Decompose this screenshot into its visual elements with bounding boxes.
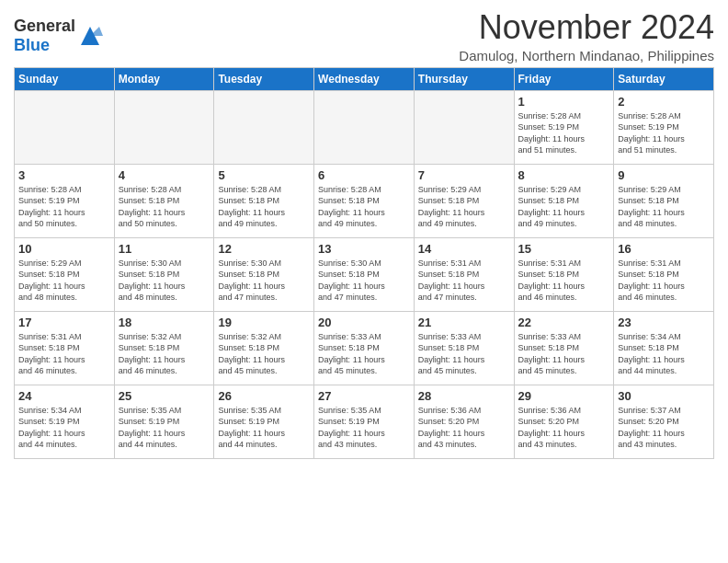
day-cell: 25Sunrise: 5:35 AM Sunset: 5:19 PM Dayli… (114, 385, 214, 458)
header-cell-thursday: Thursday (414, 67, 514, 90)
logo-general: General (14, 17, 75, 35)
day-number: 28 (418, 389, 510, 403)
day-info: Sunrise: 5:33 AM Sunset: 5:18 PM Dayligh… (518, 331, 610, 377)
day-info: Sunrise: 5:31 AM Sunset: 5:18 PM Dayligh… (618, 258, 710, 304)
header-cell-sunday: Sunday (15, 67, 115, 90)
day-cell: 4Sunrise: 5:28 AM Sunset: 5:18 PM Daylig… (114, 164, 214, 237)
day-number: 14 (418, 242, 510, 256)
day-number: 15 (518, 242, 610, 256)
day-number: 23 (618, 316, 710, 329)
day-cell: 18Sunrise: 5:32 AM Sunset: 5:18 PM Dayli… (114, 311, 214, 385)
day-number: 18 (119, 316, 210, 329)
calendar-body: 1Sunrise: 5:28 AM Sunset: 5:19 PM Daylig… (15, 90, 714, 458)
day-cell: 10Sunrise: 5:29 AM Sunset: 5:18 PM Dayli… (15, 237, 115, 311)
day-info: Sunrise: 5:28 AM Sunset: 5:18 PM Dayligh… (318, 184, 410, 230)
day-info: Sunrise: 5:30 AM Sunset: 5:18 PM Dayligh… (318, 258, 410, 304)
day-info: Sunrise: 5:35 AM Sunset: 5:19 PM Dayligh… (318, 405, 410, 451)
header-row: SundayMondayTuesdayWednesdayThursdayFrid… (15, 67, 714, 90)
calendar-header: SundayMondayTuesdayWednesdayThursdayFrid… (15, 67, 714, 90)
day-info: Sunrise: 5:28 AM Sunset: 5:19 PM Dayligh… (618, 110, 710, 156)
day-info: Sunrise: 5:29 AM Sunset: 5:18 PM Dayligh… (518, 184, 610, 230)
header-cell-friday: Friday (514, 67, 614, 90)
day-info: Sunrise: 5:29 AM Sunset: 5:18 PM Dayligh… (18, 258, 110, 304)
day-number: 10 (18, 242, 110, 256)
day-info: Sunrise: 5:28 AM Sunset: 5:18 PM Dayligh… (119, 184, 210, 230)
day-cell: 7Sunrise: 5:29 AM Sunset: 5:18 PM Daylig… (414, 164, 514, 237)
day-cell: 22Sunrise: 5:33 AM Sunset: 5:18 PM Dayli… (514, 311, 614, 385)
day-cell: 14Sunrise: 5:31 AM Sunset: 5:18 PM Dayli… (414, 237, 514, 311)
day-cell: 15Sunrise: 5:31 AM Sunset: 5:18 PM Dayli… (514, 237, 614, 311)
day-number: 25 (119, 389, 210, 403)
day-info: Sunrise: 5:30 AM Sunset: 5:18 PM Dayligh… (119, 258, 210, 304)
day-info: Sunrise: 5:28 AM Sunset: 5:18 PM Dayligh… (218, 184, 310, 230)
day-number: 21 (418, 316, 510, 329)
week-row-4: 17Sunrise: 5:31 AM Sunset: 5:18 PM Dayli… (15, 311, 714, 385)
logo: General Blue (14, 17, 103, 55)
logo-icon (77, 23, 103, 49)
title-section: November 2024 Damulog, Northern Mindanao… (459, 9, 714, 63)
day-number: 20 (318, 316, 410, 329)
week-row-5: 24Sunrise: 5:34 AM Sunset: 5:19 PM Dayli… (15, 385, 714, 458)
day-cell: 20Sunrise: 5:33 AM Sunset: 5:18 PM Dayli… (314, 311, 415, 385)
day-number: 11 (119, 242, 210, 256)
day-info: Sunrise: 5:33 AM Sunset: 5:18 PM Dayligh… (418, 331, 510, 377)
day-number: 17 (18, 316, 110, 329)
day-cell: 27Sunrise: 5:35 AM Sunset: 5:19 PM Dayli… (314, 385, 415, 458)
day-number: 1 (518, 95, 610, 109)
day-cell: 23Sunrise: 5:34 AM Sunset: 5:18 PM Dayli… (614, 311, 714, 385)
day-cell: 21Sunrise: 5:33 AM Sunset: 5:18 PM Dayli… (414, 311, 514, 385)
day-cell: 26Sunrise: 5:35 AM Sunset: 5:19 PM Dayli… (214, 385, 314, 458)
day-cell: 1Sunrise: 5:28 AM Sunset: 5:19 PM Daylig… (514, 90, 614, 164)
day-info: Sunrise: 5:35 AM Sunset: 5:19 PM Dayligh… (218, 405, 310, 451)
day-cell: 19Sunrise: 5:32 AM Sunset: 5:18 PM Dayli… (214, 311, 314, 385)
day-info: Sunrise: 5:37 AM Sunset: 5:20 PM Dayligh… (618, 405, 710, 451)
day-cell (114, 90, 214, 164)
day-number: 5 (218, 168, 310, 182)
day-cell: 30Sunrise: 5:37 AM Sunset: 5:20 PM Dayli… (614, 385, 714, 458)
day-cell: 11Sunrise: 5:30 AM Sunset: 5:18 PM Dayli… (114, 237, 214, 311)
day-number: 6 (318, 168, 410, 182)
location: Damulog, Northern Mindanao, Philippines (459, 48, 714, 63)
day-cell: 28Sunrise: 5:36 AM Sunset: 5:20 PM Dayli… (414, 385, 514, 458)
week-row-1: 1Sunrise: 5:28 AM Sunset: 5:19 PM Daylig… (15, 90, 714, 164)
day-info: Sunrise: 5:32 AM Sunset: 5:18 PM Dayligh… (119, 331, 210, 377)
day-info: Sunrise: 5:35 AM Sunset: 5:19 PM Dayligh… (119, 405, 210, 451)
month-title: November 2024 (459, 9, 714, 46)
day-cell (15, 90, 115, 164)
logo-blue: Blue (14, 36, 50, 54)
day-cell (414, 90, 514, 164)
day-info: Sunrise: 5:31 AM Sunset: 5:18 PM Dayligh… (518, 258, 610, 304)
day-number: 19 (218, 316, 310, 329)
day-number: 8 (518, 168, 610, 182)
day-cell: 5Sunrise: 5:28 AM Sunset: 5:18 PM Daylig… (214, 164, 314, 237)
week-row-2: 3Sunrise: 5:28 AM Sunset: 5:19 PM Daylig… (15, 164, 714, 237)
day-number: 24 (18, 389, 110, 403)
day-cell: 13Sunrise: 5:30 AM Sunset: 5:18 PM Dayli… (314, 237, 415, 311)
day-cell: 29Sunrise: 5:36 AM Sunset: 5:20 PM Dayli… (514, 385, 614, 458)
day-info: Sunrise: 5:30 AM Sunset: 5:18 PM Dayligh… (218, 258, 310, 304)
day-cell (214, 90, 314, 164)
logo-text: General Blue (14, 17, 75, 55)
day-info: Sunrise: 5:36 AM Sunset: 5:20 PM Dayligh… (518, 405, 610, 451)
day-number: 9 (618, 168, 710, 182)
header-cell-tuesday: Tuesday (214, 67, 314, 90)
day-number: 22 (518, 316, 610, 329)
day-info: Sunrise: 5:29 AM Sunset: 5:18 PM Dayligh… (418, 184, 510, 230)
day-cell: 9Sunrise: 5:29 AM Sunset: 5:18 PM Daylig… (614, 164, 714, 237)
day-info: Sunrise: 5:28 AM Sunset: 5:19 PM Dayligh… (518, 110, 610, 156)
day-cell: 8Sunrise: 5:29 AM Sunset: 5:18 PM Daylig… (514, 164, 614, 237)
day-info: Sunrise: 5:34 AM Sunset: 5:18 PM Dayligh… (618, 331, 710, 377)
day-info: Sunrise: 5:31 AM Sunset: 5:18 PM Dayligh… (18, 331, 110, 377)
day-info: Sunrise: 5:33 AM Sunset: 5:18 PM Dayligh… (318, 331, 410, 377)
day-number: 13 (318, 242, 410, 256)
day-number: 2 (618, 95, 710, 109)
day-cell: 3Sunrise: 5:28 AM Sunset: 5:19 PM Daylig… (15, 164, 115, 237)
day-number: 27 (318, 389, 410, 403)
day-info: Sunrise: 5:32 AM Sunset: 5:18 PM Dayligh… (218, 331, 310, 377)
day-number: 16 (618, 242, 710, 256)
day-info: Sunrise: 5:34 AM Sunset: 5:19 PM Dayligh… (18, 405, 110, 451)
day-info: Sunrise: 5:31 AM Sunset: 5:18 PM Dayligh… (418, 258, 510, 304)
week-row-3: 10Sunrise: 5:29 AM Sunset: 5:18 PM Dayli… (15, 237, 714, 311)
header-cell-saturday: Saturday (614, 67, 714, 90)
day-info: Sunrise: 5:28 AM Sunset: 5:19 PM Dayligh… (18, 184, 110, 230)
